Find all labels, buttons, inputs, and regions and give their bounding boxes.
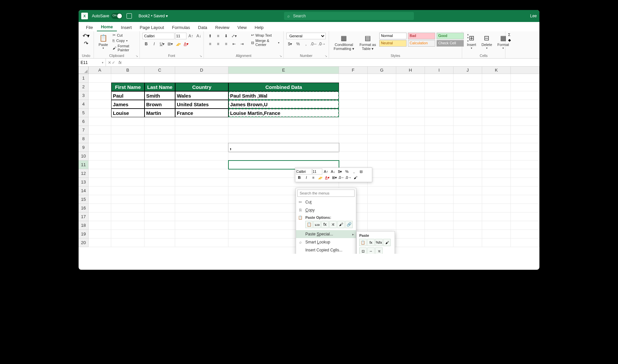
cell[interactable] [425, 117, 454, 126]
cell[interactable] [368, 74, 396, 83]
paste-formatting-icon[interactable]: 🖌 [337, 221, 345, 228]
cell[interactable] [511, 126, 539, 135]
font-launcher[interactable]: ↘ [199, 54, 203, 58]
mini-dec-dec-icon[interactable]: .0→ [345, 175, 352, 181]
cell[interactable] [111, 169, 145, 178]
cell[interactable] [145, 135, 175, 143]
cell[interactable] [368, 195, 396, 204]
italic-button[interactable]: I [151, 41, 158, 47]
conditional-formatting-button[interactable]: ▦Conditional Formatting ▾ [332, 33, 356, 52]
mini-increase-font-icon[interactable]: A↑ [323, 169, 329, 175]
cell[interactable]: First Name [111, 83, 145, 91]
enter-formula-icon[interactable]: ✓ [112, 60, 115, 65]
cell[interactable] [425, 161, 454, 169]
cell[interactable] [145, 178, 175, 186]
row-header-2[interactable]: 2 [79, 83, 89, 91]
cell[interactable] [228, 74, 339, 83]
mini-comma-icon[interactable]: , [351, 169, 357, 175]
cell[interactable] [482, 109, 511, 117]
cell[interactable] [396, 143, 425, 152]
cell[interactable] [111, 152, 145, 161]
cell[interactable] [89, 221, 111, 230]
merge-center-button[interactable]: ⊟Merge & Center▾ [250, 38, 281, 47]
menu-insert-copied[interactable]: Insert Copied Cells... [296, 246, 356, 254]
align-bottom-icon[interactable]: ⬇ [222, 33, 230, 39]
cell[interactable] [454, 161, 482, 169]
cell[interactable] [482, 83, 511, 91]
style-bad[interactable]: Bad [408, 33, 435, 39]
save-icon[interactable] [127, 13, 132, 19]
cell[interactable] [145, 169, 175, 178]
cell[interactable] [454, 100, 482, 109]
cell[interactable]: Country [175, 83, 228, 91]
cell[interactable] [482, 152, 511, 161]
cell[interactable] [511, 204, 539, 212]
cell[interactable] [425, 135, 454, 143]
mini-percent-icon[interactable]: % [344, 169, 350, 175]
row-header-20[interactable]: 20 [79, 238, 89, 247]
cell[interactable] [425, 152, 454, 161]
paste-values-icon[interactable]: ₁₂₃ [313, 221, 321, 228]
alignment-launcher[interactable]: ↘ [279, 54, 283, 58]
cell[interactable] [175, 204, 228, 212]
cell[interactable] [145, 230, 175, 238]
cell[interactable] [511, 152, 539, 161]
style-check-cell[interactable]: Check Cell [437, 40, 464, 47]
cell[interactable] [396, 178, 425, 186]
cell[interactable] [425, 212, 454, 221]
cell[interactable] [482, 238, 511, 247]
cell[interactable] [511, 221, 539, 230]
cell[interactable] [368, 100, 396, 109]
style-good[interactable]: Good [437, 33, 464, 39]
sub-paste-noborders-icon[interactable]: ⊡ [359, 247, 367, 254]
currency-icon[interactable]: $▾ [286, 41, 294, 47]
cell[interactable] [111, 230, 145, 238]
cell[interactable] [175, 126, 228, 135]
cell[interactable] [454, 169, 482, 178]
cell[interactable] [454, 143, 482, 152]
cell[interactable] [228, 126, 339, 135]
cell[interactable] [89, 143, 111, 152]
cell[interactable] [175, 230, 228, 238]
align-middle-icon[interactable]: ≡ [214, 33, 222, 39]
mini-bold-icon[interactable]: B [296, 175, 303, 181]
col-header-F[interactable]: F [339, 67, 368, 74]
cell[interactable] [425, 204, 454, 212]
cell[interactable] [482, 100, 511, 109]
cut-button[interactable]: ✂Cut [111, 33, 137, 38]
cell[interactable] [145, 195, 175, 204]
style-neutral[interactable]: Neutral [379, 40, 407, 47]
cell[interactable]: France [175, 109, 228, 117]
cell[interactable] [482, 74, 511, 83]
tab-home[interactable]: Home [97, 23, 117, 31]
cell[interactable] [482, 117, 511, 126]
cell[interactable] [396, 91, 425, 100]
name-box[interactable]: E11▾ [79, 59, 106, 66]
cell[interactable] [175, 143, 228, 152]
cell[interactable] [454, 74, 482, 83]
number-launcher[interactable]: ↘ [325, 54, 328, 58]
cell[interactable]: Paul Smith ,Wal [228, 91, 339, 100]
mini-decrease-font-icon[interactable]: A↓ [330, 169, 336, 175]
row-header-13[interactable]: 13 [79, 178, 89, 186]
mini-dec-inc-icon[interactable]: .0← [338, 175, 345, 181]
cell[interactable] [175, 117, 228, 126]
cell[interactable] [368, 186, 396, 195]
cell[interactable] [454, 212, 482, 221]
cell[interactable] [454, 109, 482, 117]
cell[interactable] [482, 91, 511, 100]
paste-transpose-icon[interactable]: ⤭ [329, 221, 337, 228]
cell[interactable] [454, 221, 482, 230]
col-header-A[interactable]: A [89, 67, 111, 74]
cell[interactable] [482, 212, 511, 221]
col-header-B[interactable]: B [111, 67, 145, 74]
cell[interactable] [454, 186, 482, 195]
cell[interactable] [368, 83, 396, 91]
cell[interactable] [482, 178, 511, 186]
cell[interactable]: Smith [145, 91, 175, 100]
menu-paste-special[interactable]: Paste Special...▸ [296, 230, 356, 238]
cell[interactable] [425, 186, 454, 195]
cell[interactable] [339, 91, 368, 100]
tab-view[interactable]: View [233, 24, 251, 31]
increase-decimal-icon[interactable]: .0← [310, 41, 318, 47]
